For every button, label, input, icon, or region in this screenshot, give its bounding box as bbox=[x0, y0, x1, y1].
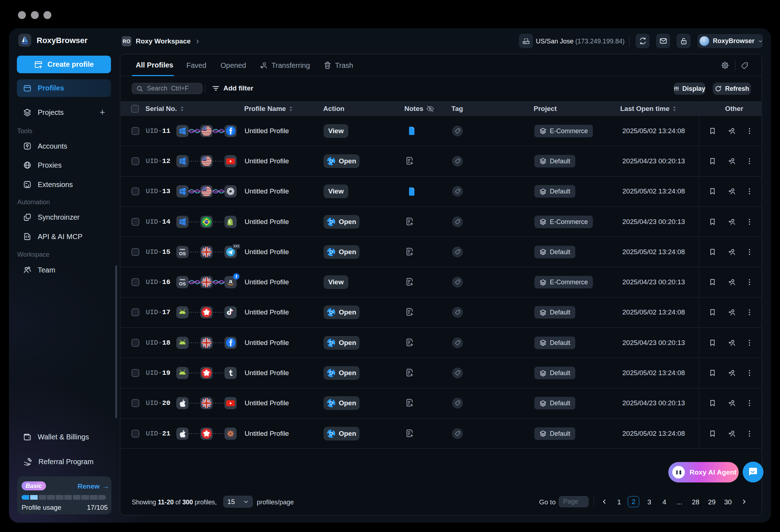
svg-text:f: f bbox=[236, 274, 237, 279]
svg-text:a: a bbox=[229, 278, 232, 285]
